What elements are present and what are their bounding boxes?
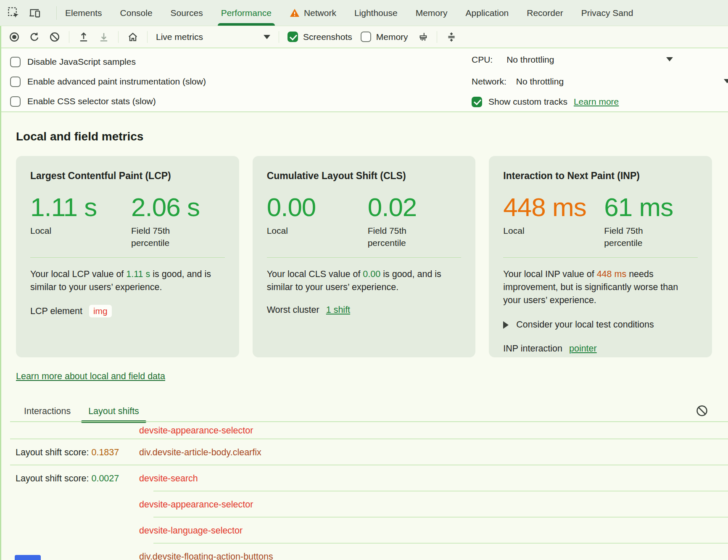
layout-shift-row: Layout shift score: 0.0027 devsite-searc… — [0, 465, 728, 491]
inp-interaction-link[interactable]: pointer — [569, 343, 597, 354]
worst-cluster-link[interactable]: 1 shift — [326, 305, 350, 315]
score-label: Layout shift score: — [16, 473, 89, 483]
memory-checkbox[interactable] — [361, 32, 371, 42]
home-button[interactable] — [127, 31, 139, 43]
score-value: 0.1837 — [91, 447, 119, 457]
cpu-throttling-select[interactable]: CPU: No throttling — [472, 53, 554, 66]
advanced-paint-label: Enable advanced paint instrumentation (s… — [27, 77, 206, 87]
devtools-tabbar: Elements Console Sources Performance Net… — [0, 0, 728, 26]
inp-field-value: 61 ms — [604, 194, 673, 220]
shift-node-link[interactable]: div.devsite-article-body.clearfix — [139, 447, 261, 458]
inp-interaction-label: INP interaction — [503, 343, 562, 354]
device-toolbar-icon[interactable] — [29, 7, 41, 19]
cls-local-value: 0.00 — [267, 194, 368, 220]
cls-card-title: Cumulative Layout Shift (CLS) — [267, 170, 462, 182]
network-throttling-select[interactable]: Network: No throttling — [472, 75, 564, 88]
cls-field-label: Field 75th percentile — [368, 225, 431, 249]
shift-node-link[interactable]: devsite-appearance-selector — [139, 499, 253, 510]
desc-text: Your local INP value of — [503, 269, 596, 279]
css-selector-stats-label: Enable CSS selector stats (slow) — [27, 96, 156, 106]
tab-network[interactable]: Network — [290, 0, 336, 26]
score-value: 0.0027 — [91, 473, 119, 483]
tab-label: Application — [466, 8, 509, 18]
record-button[interactable] — [8, 31, 20, 43]
tab-sources[interactable]: Sources — [171, 0, 203, 26]
screenshots-checkbox[interactable] — [288, 32, 298, 42]
toolbar-separator — [279, 31, 279, 43]
inp-local-value: 448 ms — [503, 194, 604, 220]
desc-value: 0.00 — [363, 269, 380, 279]
local-test-conditions-disclosure[interactable]: Consider your local test conditions — [503, 320, 698, 330]
tab-lighthouse[interactable]: Lighthouse — [354, 0, 398, 26]
disable-js-samples-checkbox[interactable] — [10, 57, 21, 67]
layout-shift-row: devsite-appearance-selector — [0, 491, 728, 518]
css-selector-stats-checkbox[interactable] — [10, 96, 21, 107]
layout-shift-row: devsite-appearance-selector — [0, 422, 728, 439]
lcp-description: Your local LCP value of 1.11 s is good, … — [30, 268, 225, 294]
inp-local-label: Local — [503, 225, 566, 237]
reload-record-button[interactable] — [29, 31, 40, 43]
logs-tabstrip: Interactions Layout shifts — [0, 400, 728, 422]
advanced-paint-row[interactable]: Enable advanced paint instrumentation (s… — [10, 75, 206, 88]
tab-elements[interactable]: Elements — [65, 0, 102, 26]
advanced-paint-checkbox[interactable] — [10, 77, 21, 87]
score-label: Layout shift score: — [16, 447, 89, 457]
caret-down-icon — [724, 79, 728, 83]
cls-card: Cumulative Layout Shift (CLS) 0.00 Local… — [253, 156, 476, 357]
shift-node-link[interactable]: devsite-language-selector — [139, 526, 243, 536]
disable-js-samples-row[interactable]: Disable JavaScript samples — [10, 55, 206, 68]
panel-left-border — [0, 26, 1, 560]
shift-node-link[interactable]: div.devsite-floating-action-buttons — [139, 552, 273, 560]
toolbar-separator — [147, 31, 148, 43]
history-dropdown-label: Live metrics — [156, 32, 203, 42]
upload-profile-button[interactable] — [78, 31, 90, 43]
learn-more-field-data-link[interactable]: Learn more about local and field data — [16, 371, 165, 382]
caret-down-icon — [264, 35, 270, 39]
card-divider — [267, 257, 462, 258]
lcp-element-chip[interactable]: img — [89, 305, 112, 317]
performance-toolbar: Live metrics Screenshots Memory — [0, 26, 728, 48]
tab-interactions[interactable]: Interactions — [17, 400, 78, 422]
memory-checkbox-row[interactable]: Memory — [361, 32, 408, 42]
shift-node-link[interactable]: devsite-search — [139, 473, 198, 484]
tabbar-divider — [56, 6, 57, 20]
card-divider — [30, 257, 225, 258]
cls-description: Your local CLS value of 0.00 is good, an… — [267, 268, 462, 294]
lcp-local-value: 1.11 s — [30, 194, 131, 220]
bottom-partial-blue-element — [15, 555, 41, 560]
collapse-icon[interactable] — [446, 31, 457, 43]
tab-performance[interactable]: Performance — [221, 0, 272, 26]
screenshots-label: Screenshots — [303, 32, 352, 42]
history-dropdown[interactable]: Live metrics — [156, 32, 270, 42]
clear-button[interactable] — [49, 31, 61, 43]
tab-recorder[interactable]: Recorder — [527, 0, 563, 26]
learn-more-link[interactable]: Learn more — [574, 97, 619, 107]
worst-cluster-label: Worst cluster — [267, 305, 319, 315]
css-selector-stats-row[interactable]: Enable CSS selector stats (slow) — [10, 95, 206, 108]
toolbar-separator — [437, 31, 437, 43]
shift-node-link[interactable]: devsite-appearance-selector — [139, 425, 253, 436]
disable-js-samples-label: Disable JavaScript samples — [27, 57, 136, 67]
tab-label: Recorder — [527, 8, 563, 18]
lcp-field-label: Field 75th percentile — [131, 225, 194, 249]
show-custom-tracks-checkbox[interactable] — [472, 97, 482, 107]
tab-console[interactable]: Console — [120, 0, 153, 26]
brush-icon[interactable] — [417, 31, 428, 43]
screenshots-checkbox-row[interactable]: Screenshots — [288, 32, 352, 42]
show-custom-tracks-row[interactable]: Show custom tracks Learn more — [472, 95, 619, 108]
tab-label: Network — [304, 8, 336, 18]
tab-application[interactable]: Application — [466, 0, 509, 26]
tab-privacy-sandbox[interactable]: Privacy Sand — [581, 0, 633, 26]
lcp-card-title: Largest Contentful Paint (LCP) — [30, 170, 225, 182]
download-profile-button[interactable] — [98, 31, 110, 43]
layout-shift-row: div.devsite-floating-action-buttons — [0, 544, 728, 560]
inspect-icon[interactable] — [8, 7, 20, 19]
tab-label: Sources — [171, 8, 203, 18]
tab-memory[interactable]: Memory — [416, 0, 448, 26]
inp-card-title: Interaction to Next Paint (INP) — [503, 170, 698, 182]
toolbar-separator — [118, 31, 119, 43]
show-custom-tracks-label: Show custom tracks — [488, 97, 567, 107]
lcp-field-value: 2.06 s — [131, 194, 200, 220]
tab-layout-shifts[interactable]: Layout shifts — [81, 400, 146, 422]
clear-log-icon[interactable] — [696, 404, 708, 417]
